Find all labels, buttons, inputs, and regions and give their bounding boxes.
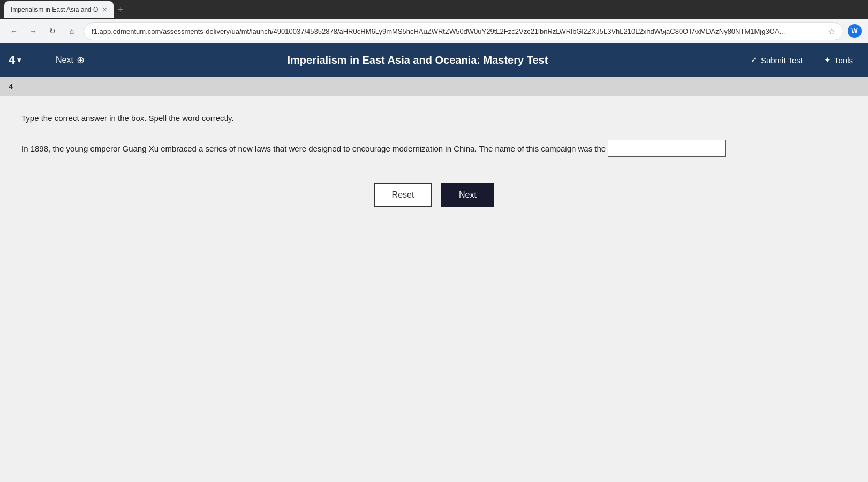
reload-button[interactable]: ↻ (45, 24, 60, 39)
address-bar-row: ← → ↻ ⌂ f1.app.edmentum.com/assessments-… (0, 19, 868, 43)
tab-bar: Imperialism in East Asia and O × + (0, 0, 868, 19)
content-area: 4 Type the correct answer in the box. Sp… (0, 77, 868, 482)
forward-icon: → (29, 27, 37, 35)
tools-label: Tools (834, 56, 853, 65)
answer-input[interactable] (608, 140, 726, 157)
next-button[interactable]: Next (441, 183, 494, 207)
back-icon: ← (10, 27, 18, 35)
test-title: Imperialism in East Asia and Oceania: Ma… (100, 54, 736, 66)
back-button[interactable]: ← (6, 24, 21, 39)
question-number: 4 (9, 53, 15, 67)
bookmark-icon[interactable]: ☆ (828, 26, 835, 36)
question-header-bar: 4 (0, 77, 868, 96)
nav-next-button[interactable]: Next ⊕ (49, 51, 91, 69)
profile-avatar[interactable]: W (848, 24, 862, 38)
question-number-badge: 4 ▾ (9, 53, 41, 67)
home-button[interactable]: ⌂ (64, 24, 79, 39)
question-num-label: 4 (9, 82, 13, 91)
home-icon: ⌂ (70, 27, 74, 35)
submit-test-button[interactable]: ✓ Submit Test (744, 52, 809, 68)
app-container: 4 ▾ Next ⊕ Imperialism in East Asia and … (0, 43, 868, 482)
browser-chrome: Imperialism in East Asia and O × + ← → ↻… (0, 0, 868, 43)
top-nav: 4 ▾ Next ⊕ Imperialism in East Asia and … (0, 43, 868, 77)
submit-icon: ✓ (751, 55, 758, 65)
browser-tab[interactable]: Imperialism in East Asia and O × (4, 1, 114, 18)
new-tab-button[interactable]: + (116, 4, 126, 16)
nav-next-icon: ⊕ (77, 54, 85, 66)
action-buttons: Reset Next (21, 183, 847, 207)
forward-button[interactable]: → (26, 24, 41, 39)
tab-close-icon[interactable]: × (102, 5, 107, 14)
reload-icon: ↻ (49, 27, 56, 35)
question-dropdown-arrow[interactable]: ▾ (17, 56, 21, 64)
tools-icon: ✦ (824, 55, 831, 65)
tools-button[interactable]: ✦ Tools (818, 52, 859, 68)
submit-test-label: Submit Test (761, 56, 803, 65)
nav-next-label: Next (56, 55, 73, 65)
question-body: Type the correct answer in the box. Spel… (0, 96, 868, 482)
reset-button[interactable]: Reset (374, 183, 433, 207)
question-part1: In 1898, the young emperor Guang Xu embr… (21, 141, 606, 156)
tab-title: Imperialism in East Asia and O (11, 6, 98, 13)
instructions-text: Type the correct answer in the box. Spel… (21, 114, 847, 123)
url-text: f1.app.edmentum.com/assessments-delivery… (92, 27, 785, 35)
question-text: In 1898, the young emperor Guang Xu embr… (21, 140, 847, 157)
address-bar[interactable]: f1.app.edmentum.com/assessments-delivery… (84, 22, 843, 40)
